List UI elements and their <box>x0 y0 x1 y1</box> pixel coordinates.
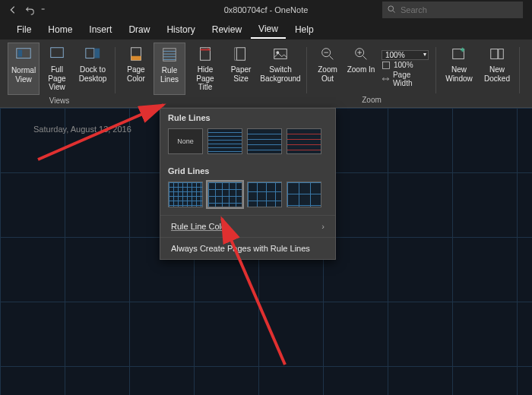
menu-insert[interactable]: Insert <box>81 21 119 38</box>
hide-page-title-button[interactable]: Hide Page Title <box>187 43 223 95</box>
always-create-rule-lines-toggle[interactable]: Always Create Pages with Rule Lines <box>160 237 335 259</box>
svg-rect-15 <box>383 62 390 68</box>
grid-xlarge-option[interactable] <box>287 182 321 207</box>
svg-rect-2 <box>18 50 23 57</box>
hidetitle-icon <box>197 46 214 62</box>
menu-bar: File Home Insert Draw History Review Vie… <box>0 20 532 40</box>
search-box[interactable] <box>382 2 523 18</box>
ribbon-group-window: New Window New Docked <box>436 43 520 107</box>
window-group-label <box>477 94 480 107</box>
rule-line-color-menu[interactable]: Rule Line Color › <box>160 215 335 237</box>
svg-rect-11 <box>274 49 287 59</box>
new-docked-window-button[interactable]: New Docked <box>479 43 515 94</box>
new-docked-icon <box>489 46 505 62</box>
dock-icon <box>84 46 101 62</box>
rule-lines-heading: Rule Lines <box>160 109 335 125</box>
svg-rect-8 <box>163 49 176 62</box>
title-bar: ⁼ 0x800704cf - OneNote <box>0 0 532 20</box>
menu-file[interactable]: File <box>9 21 39 38</box>
fullpage-icon <box>49 46 65 62</box>
rule-line-color-label: Rule Line Color <box>171 222 229 231</box>
svg-rect-10 <box>237 48 245 61</box>
undo-icon[interactable] <box>24 5 35 15</box>
ribbon-group-views: Normal View Full Page View Dock to Deskt… <box>3 43 116 107</box>
rule-narrow-option[interactable] <box>207 128 242 154</box>
rule-lines-dropdown: Rule Lines None Grid Lines Rule Line Col… <box>160 108 336 260</box>
page-date: Saturday, August 13, 2016 <box>33 125 131 134</box>
rule-standard-option[interactable] <box>287 128 321 154</box>
zoom-100-button[interactable]: 100% <box>382 61 429 70</box>
switch-background-button[interactable]: Switch Background <box>258 43 302 95</box>
papersize-icon <box>233 46 249 62</box>
page-color-button[interactable]: Page Color <box>120 43 152 95</box>
zoom-group-label: Zoom <box>362 94 382 107</box>
zoom-out-button[interactable]: Zoom Out <box>312 43 344 94</box>
menu-home[interactable]: Home <box>40 21 80 38</box>
ribbon-group-pagesetup: Page Color Rule Lines Hide Page Title Pa… <box>116 43 307 107</box>
zoom-in-label: Zoom In <box>347 65 375 74</box>
normal-view-button[interactable]: Normal View <box>8 43 40 95</box>
zoom-presets: 100% 100% Page Width <box>378 43 432 94</box>
menu-help[interactable]: Help <box>287 21 321 38</box>
svg-point-0 <box>388 6 394 11</box>
svg-rect-3 <box>51 48 64 58</box>
full-page-view-label: Full Page View <box>43 65 71 92</box>
page-color-icon <box>128 46 144 62</box>
dock-to-desktop-button[interactable]: Dock to Desktop <box>74 43 111 95</box>
svg-rect-7 <box>131 56 141 61</box>
pagesetup-group-label <box>211 95 213 108</box>
new-window-icon <box>451 46 467 62</box>
svg-rect-17 <box>491 49 498 59</box>
rulelines-icon <box>161 46 178 63</box>
page-width-button[interactable]: Page Width <box>382 71 429 87</box>
grid-medium-option[interactable] <box>207 182 242 207</box>
rule-lines-button[interactable]: Rule Lines <box>154 43 185 95</box>
new-docked-label: New Docked <box>480 65 514 83</box>
rule-lines-label: Rule Lines <box>156 66 183 84</box>
zoom-in-button[interactable]: Zoom In <box>345 43 377 94</box>
new-window-button[interactable]: New Window <box>441 43 477 94</box>
ribbon: Normal View Full Page View Dock to Deskt… <box>0 40 532 108</box>
menu-review[interactable]: Review <box>204 21 249 38</box>
menu-history[interactable]: History <box>159 21 202 38</box>
svg-rect-4 <box>86 49 94 58</box>
grid-large-option[interactable] <box>247 182 282 207</box>
views-group-label: Views <box>49 95 70 108</box>
search-input[interactable] <box>401 5 518 14</box>
ribbon-group-zoom: Zoom Out Zoom In 100% 100% Page Width Zo… <box>307 43 436 107</box>
rule-college-option[interactable] <box>247 128 282 154</box>
normal-view-label: Normal View <box>10 66 37 84</box>
chevron-right-icon: › <box>321 222 325 231</box>
grid-small-option[interactable] <box>168 182 203 207</box>
paper-size-label: Paper Size <box>226 65 255 83</box>
svg-rect-18 <box>499 49 503 59</box>
menu-draw[interactable]: Draw <box>121 21 157 38</box>
svg-rect-5 <box>95 49 100 58</box>
switch-background-label: Switch Background <box>260 65 301 83</box>
zoom-percent-select[interactable]: 100% <box>382 50 429 60</box>
full-page-view-button[interactable]: Full Page View <box>41 43 73 95</box>
qat-overflow-icon[interactable]: ⁼ <box>41 6 45 14</box>
paper-size-button[interactable]: Paper Size <box>225 43 257 95</box>
zoom-out-icon <box>319 46 336 62</box>
search-icon <box>387 5 396 15</box>
menu-view[interactable]: View <box>251 21 286 39</box>
dock-to-desktop-label: Dock to Desktop <box>76 65 109 83</box>
page-color-label: Page Color <box>122 65 150 83</box>
new-window-label: New Window <box>442 65 476 83</box>
always-create-label: Always Create Pages with Rule Lines <box>171 244 310 253</box>
rule-none-option[interactable]: None <box>168 128 203 154</box>
zoom-in-icon <box>353 46 369 62</box>
grid-lines-heading: Grid Lines <box>160 162 335 179</box>
zoom-out-label: Zoom Out <box>313 65 342 83</box>
hide-page-title-label: Hide Page Title <box>188 65 222 92</box>
normal-view-icon <box>15 46 32 63</box>
back-icon[interactable] <box>8 5 18 15</box>
switchbg-icon <box>272 46 289 62</box>
